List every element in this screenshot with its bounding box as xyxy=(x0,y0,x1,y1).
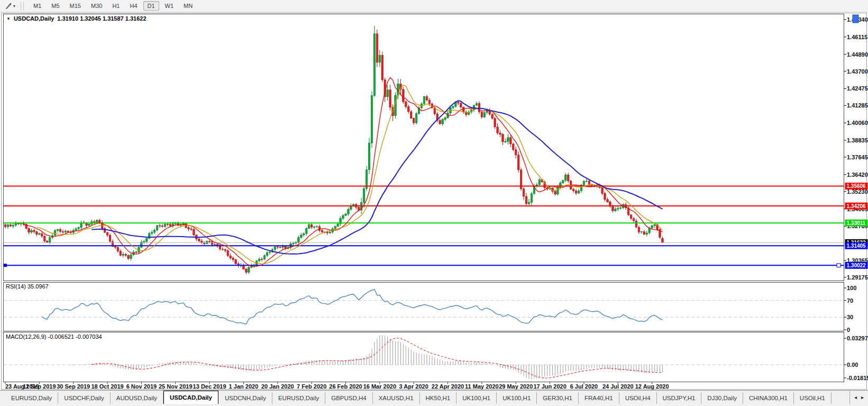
rsi-tick-label: 30 xyxy=(847,314,853,320)
date-tick-label: 1 Jan 2020 xyxy=(229,383,259,390)
symbol-tabs: EURUSD,DailyUSDCHF,DailyAUDUSD,DailyUSDC… xyxy=(0,390,849,404)
tab-ger30-h1[interactable]: GER30,H1 xyxy=(537,392,579,404)
timeframe-button-h4[interactable]: H4 xyxy=(125,1,141,11)
chart-window: 1.473401.461151.448901.437001.424751.412… xyxy=(0,12,868,390)
price-tick-label: 1.41285 xyxy=(847,102,868,109)
macd-values: -0.006521 -0.007034 xyxy=(48,333,102,340)
tab-fra40-h1[interactable]: FRA40,H1 xyxy=(579,392,619,404)
main-pane xyxy=(4,14,844,281)
date-tick-label: 30 Sep 2019 xyxy=(57,383,90,390)
price-tick-label: 1.43700 xyxy=(847,68,868,75)
rsi-tick-label: 70 xyxy=(847,297,853,304)
timeframe-button-m30[interactable]: M30 xyxy=(87,1,106,11)
tab-hk50-h1[interactable]: HK50,H1 xyxy=(420,392,457,404)
date-tick-label: 6 Jul 2020 xyxy=(570,383,598,390)
tab-usdcnh-daily[interactable]: USDCNH,Daily xyxy=(219,392,272,404)
candle xyxy=(513,143,515,151)
timeframe-button-m5[interactable]: M5 xyxy=(47,1,63,11)
tool-dropdown-caret-icon[interactable]: ▾ xyxy=(13,4,15,8)
price-tick-label: 1.42475 xyxy=(847,85,868,92)
price-tick-label: 1.46115 xyxy=(847,34,867,40)
tab-eurusd-daily[interactable]: EURUSD,Daily xyxy=(5,392,58,404)
candle xyxy=(483,111,486,118)
date-tick-label: 16 Mar 2020 xyxy=(363,383,396,390)
date-axis: 23 Aug 201911 Sep 201930 Sep 201918 Oct … xyxy=(5,382,669,390)
tab-usdchf-daily[interactable]: USDCHF,Daily xyxy=(58,392,110,404)
date-tick-label: 13 Dec 2019 xyxy=(193,383,226,390)
date-tick-label: 29 May 2020 xyxy=(499,383,533,390)
candle xyxy=(235,259,237,265)
rsi-indicator-label: RSI(14) 35.0967 xyxy=(6,283,49,290)
candle xyxy=(371,91,373,148)
tab-uk100-h1[interactable]: UK100,H1 xyxy=(456,392,497,404)
candle xyxy=(368,138,370,174)
rsi-pane xyxy=(4,283,844,331)
date-tick-label: 12 Aug 2020 xyxy=(635,383,669,390)
rsi-value: 35.0967 xyxy=(28,283,49,290)
timeframe-button-d1[interactable]: D1 xyxy=(143,1,159,11)
tab-scroll-right-button[interactable]: ▸ xyxy=(861,394,864,400)
toolbar-grip[interactable] xyxy=(21,2,24,10)
symbol-dropdown-icon[interactable]: ▼ xyxy=(6,16,11,21)
candle xyxy=(381,51,383,82)
level-handle-left[interactable] xyxy=(4,264,7,267)
cursor-tool-glyph xyxy=(4,2,12,10)
tab-usdcad-daily[interactable]: USDCAD,Daily xyxy=(163,391,218,404)
tab-xauusd-h1[interactable]: XAUUSD,H1 xyxy=(373,392,420,404)
macd-indicator-label: MACD(12,26,9) -0.006521 -0.007034 xyxy=(6,333,102,340)
timeframe-button-mn[interactable]: MN xyxy=(179,1,197,11)
macd-tick-label: -0.018154 xyxy=(847,375,868,381)
candle xyxy=(478,101,480,114)
symbol-tab-bar: EURUSD,DailyUSDCHF,DailyAUDUSD,DailyUSDC… xyxy=(0,390,868,404)
date-tick-label: 3 Apr 2020 xyxy=(399,383,428,390)
date-tick-label: 7 Feb 2020 xyxy=(297,383,326,390)
tab-eurusd-daily[interactable]: EURUSD,Daily xyxy=(272,392,325,404)
cursor-tool-icon[interactable] xyxy=(3,2,13,10)
date-tick-label: 11 Sep 2019 xyxy=(23,383,56,390)
date-tick-label: 18 Oct 2019 xyxy=(91,383,123,390)
date-tick-label: 6 Nov 2019 xyxy=(126,383,157,390)
candle xyxy=(423,96,425,105)
date-tick-label: 11 May 2020 xyxy=(465,383,499,390)
tab-uk100-h1[interactable]: UK100,H1 xyxy=(497,392,537,404)
timeframe-buttons: M1M5M15M30H1H4D1W1MN xyxy=(29,1,197,11)
status-strip xyxy=(0,404,868,406)
macd-pane xyxy=(4,332,844,382)
price-level-badge-text: 1.30022 xyxy=(847,263,866,268)
timeframe-button-h1[interactable]: H1 xyxy=(108,1,124,11)
timeframe-button-m15[interactable]: M15 xyxy=(66,1,85,11)
candle xyxy=(520,167,522,191)
chart-scrollbar-thumb[interactable] xyxy=(853,15,858,23)
tab-usdjpy-h1[interactable]: USDJPY,H1 xyxy=(657,392,702,404)
tab-china300-h1[interactable]: CHINA300,H1 xyxy=(743,392,794,404)
main-chart-svg[interactable]: 1.473401.461151.448901.437001.424751.412… xyxy=(0,12,868,390)
date-tick-label: 17 Jun 2020 xyxy=(533,383,566,390)
tab-dj30-daily[interactable]: DJ30,Daily xyxy=(701,392,743,404)
candle xyxy=(366,166,368,191)
macd-name: MACD(12,26,9) xyxy=(6,333,46,340)
price-tick-label: 1.44890 xyxy=(847,51,868,58)
date-tick-label: 26 Feb 2020 xyxy=(329,383,362,390)
timeframe-button-m1[interactable]: M1 xyxy=(29,1,45,11)
price-level-badge-text: 1.35606 xyxy=(847,183,866,189)
price-level-badge-text: 1.34206 xyxy=(847,203,866,209)
price-tick-label: 1.29175 xyxy=(847,274,868,281)
tab-gbpusd-h4[interactable]: GBPUSD,H4 xyxy=(325,392,372,404)
rsi-name: RSI(14) xyxy=(6,283,26,290)
price-level-badge-text: 1.31405 xyxy=(847,243,866,249)
date-tick-label: 25 Nov 2019 xyxy=(159,383,193,390)
tab-usoil-h1[interactable]: USOil,H1 xyxy=(794,392,832,404)
tab-audusd-daily[interactable]: AUDUSD,Daily xyxy=(111,392,163,404)
price-axis: 1.473401.461151.448901.437001.424751.412… xyxy=(844,16,868,281)
price-tick-label: 1.38835 xyxy=(847,137,868,143)
tab-scroll-arrows: ◂ ▸ xyxy=(849,390,868,404)
rsi-tick-label: 0 xyxy=(847,327,850,333)
level-handle-right[interactable] xyxy=(837,264,840,267)
price-tick-label: 1.40060 xyxy=(847,120,868,126)
tab-usoil-h4[interactable]: USOil,H4 xyxy=(619,392,657,404)
rsi-tick-label: 100 xyxy=(847,285,856,291)
date-tick-label: 22 Apr 2020 xyxy=(432,383,464,390)
timeframe-button-w1[interactable]: W1 xyxy=(161,1,178,11)
macd-tick-label: 0.00 xyxy=(847,362,858,368)
tab-scroll-left-button[interactable]: ◂ xyxy=(854,394,857,400)
